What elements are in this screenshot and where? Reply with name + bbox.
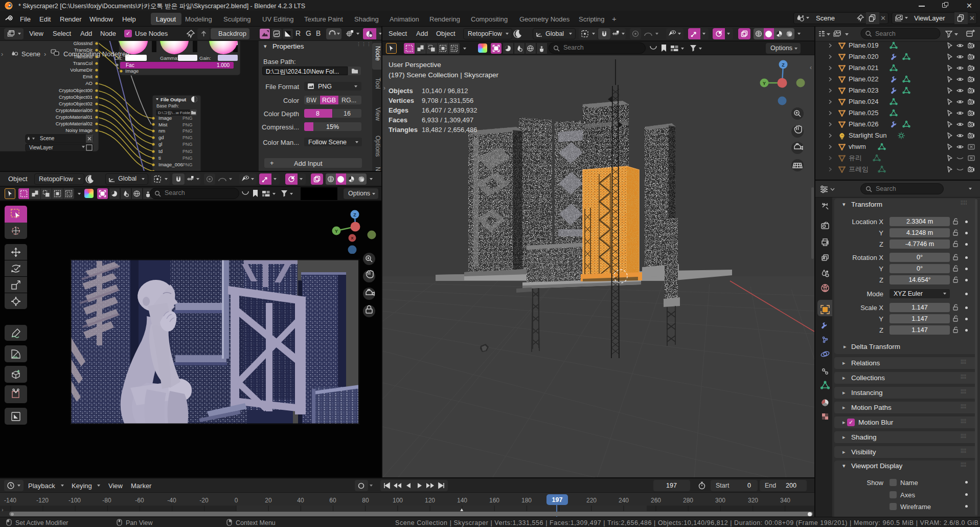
svg-text:td: td <box>158 148 163 154</box>
svg-text:CryptoMaterial00: CryptoMaterial00 <box>56 107 93 113</box>
svg-text:CryptoObject00: CryptoObject00 <box>59 87 93 93</box>
svg-text:Search: Search <box>875 30 896 37</box>
svg-text:CryptoObject02: CryptoObject02 <box>59 101 93 106</box>
svg-text:File Output: File Output <box>161 97 187 102</box>
svg-text:Plane.019: Plane.019 <box>849 41 879 49</box>
svg-text:VolumeDir: VolumeDir <box>70 67 93 73</box>
svg-text:CryptoObject01: CryptoObject01 <box>59 94 93 100</box>
svg-text:Plane.025: Plane.025 <box>849 109 879 117</box>
svg-text:CryptoMaterial02: CryptoMaterial02 <box>56 121 93 126</box>
svg-text:Edges: Edges <box>389 106 408 114</box>
svg-text:D:\그림\...w Folder\: D:\그림\...w Folder\ <box>158 111 193 115</box>
svg-text:PNG: PNG <box>183 142 193 147</box>
svg-text:Plane.026: Plane.026 <box>849 120 879 128</box>
svg-text:‹: ‹ <box>810 64 812 71</box>
svg-text:Z: Z <box>353 212 356 217</box>
svg-text:PNG: PNG <box>183 116 193 121</box>
svg-text:Scene: Scene <box>21 50 40 58</box>
svg-text:Z: Z <box>782 62 785 68</box>
svg-text:Gamma:: Gamma: <box>160 55 178 61</box>
svg-text:Noisy Image: Noisy Image <box>65 127 93 133</box>
svg-text:Plane.024: Plane.024 <box>849 98 879 105</box>
svg-text:PNG: PNG <box>183 156 193 161</box>
svg-text:프레임: 프레임 <box>849 165 869 173</box>
svg-text:PNG: PNG <box>183 122 193 127</box>
svg-text:Plane.022: Plane.022 <box>849 75 879 83</box>
svg-text:Gain:: Gain: <box>199 55 211 61</box>
svg-text:Image_006: Image_006 <box>158 162 183 167</box>
svg-text:유리: 유리 <box>849 154 862 162</box>
svg-text:›: › <box>44 50 46 58</box>
svg-text:Y: Y <box>335 229 338 234</box>
svg-text:6,933 / 1,309,497: 6,933 / 1,309,497 <box>422 116 473 124</box>
svg-text:›: › <box>383 84 385 92</box>
svg-text:ViewLayer: ViewLayer <box>29 145 53 150</box>
svg-text:Image: Image <box>125 68 139 74</box>
svg-text:Scene: Scene <box>40 136 55 141</box>
svg-text:10,140 / 96,812: 10,140 / 96,812 <box>422 87 468 95</box>
svg-text:Triangles: Triangles <box>389 126 418 134</box>
svg-text:Base Path:: Base Path: <box>156 103 179 108</box>
svg-text:TransCol: TransCol <box>73 60 93 66</box>
svg-text:PNG: PNG <box>183 128 193 134</box>
svg-text:9,708 / 1,331,556: 9,708 / 1,331,556 <box>422 97 473 104</box>
svg-text:Image: Image <box>158 115 172 121</box>
svg-text:nm: nm <box>158 128 165 134</box>
svg-text:Starlight Sun: Starlight Sun <box>849 131 886 139</box>
svg-text:Plane.023: Plane.023 <box>849 86 879 94</box>
svg-text:Y: Y <box>763 81 766 86</box>
svg-text:Plane.021: Plane.021 <box>849 64 879 72</box>
svg-text:PNG: PNG <box>183 135 193 140</box>
svg-text:CryptoMaterial01: CryptoMaterial01 <box>56 114 93 120</box>
svg-text:X: X <box>351 236 354 240</box>
svg-text:Vertices: Vertices <box>389 97 414 104</box>
svg-text:Fac: Fac <box>126 62 134 68</box>
svg-text:18,482 / 2,656,486: 18,482 / 2,656,486 <box>422 126 477 134</box>
svg-text:ti: ti <box>158 155 161 161</box>
svg-text:(197) Scene Collection | Skysc: (197) Scene Collection | Skyscraper <box>389 71 499 79</box>
svg-text:gl: gl <box>158 141 162 147</box>
svg-text:Emit: Emit <box>83 74 93 79</box>
svg-text:PNG: PNG <box>183 162 193 167</box>
svg-text:GlossInd: GlossInd <box>74 41 93 46</box>
svg-text:1.000: 1.000 <box>217 62 230 68</box>
svg-text:AO: AO <box>85 80 93 86</box>
svg-text:gd: gd <box>158 135 164 140</box>
svg-text:vhwm: vhwm <box>849 143 866 150</box>
svg-text:Objects: Objects <box>389 87 413 95</box>
svg-text:Compositing Nodetree: Compositing Nodetree <box>63 50 129 58</box>
svg-text:16,407 / 2,639,932: 16,407 / 2,639,932 <box>422 106 477 114</box>
svg-text:User Perspective: User Perspective <box>389 61 441 69</box>
svg-text:Faces: Faces <box>389 116 407 124</box>
svg-text:Mist: Mist <box>158 122 168 127</box>
svg-text:Plane.020: Plane.020 <box>849 53 879 60</box>
svg-text:›: › <box>1 50 3 58</box>
svg-text:PNG: PNG <box>183 149 193 154</box>
